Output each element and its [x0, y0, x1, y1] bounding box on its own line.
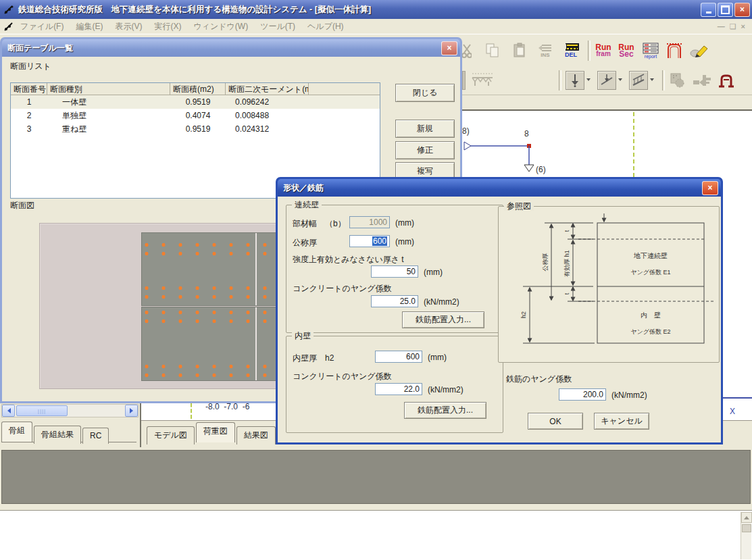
child-restore-icon[interactable]: ❏: [730, 22, 736, 31]
tab-load-view[interactable]: 荷重図: [196, 422, 235, 442]
shape-dialog-title: 形状／鉄筋: [283, 182, 702, 194]
section-dialog-close-button[interactable]: ×: [441, 41, 457, 55]
tab-frame[interactable]: 骨組: [1, 422, 32, 442]
insert-lines-icon: [538, 44, 553, 53]
member-width-field[interactable]: 1000: [349, 216, 390, 228]
maximize-button[interactable]: [718, 3, 733, 17]
clamp-button[interactable]: [718, 68, 735, 93]
ineffective-thickness-label: 強度上有効とみなさない厚さ t: [293, 254, 404, 265]
shape-rebar-dialog: 形状／鉄筋 × 連続壁 部材幅 （b） 1000 (mm) 公称厚 600 (m…: [276, 177, 723, 444]
col-section-moment[interactable]: 断面二次モーメント(m4): [226, 83, 309, 95]
shape-dialog-titlebar: 形状／鉄筋 ×: [278, 179, 721, 197]
wall-rebar-input-button[interactable]: 鉄筋配置入力...: [402, 311, 484, 328]
close-button[interactable]: ×: [734, 3, 750, 17]
horizontal-scrollbar[interactable]: ||||: [1, 404, 139, 417]
clipped-icon: [462, 71, 466, 90]
section-dialog-title: 断面テーブル一覧: [7, 43, 441, 54]
ref-wall-young: ヤング係数 E1: [630, 269, 670, 276]
tab-rc[interactable]: RC: [82, 428, 109, 444]
ref-inner-young: ヤング係数 E2: [630, 328, 670, 335]
ineffective-thickness-unit: (mm): [424, 268, 443, 277]
cancel-button[interactable]: キャンセル: [594, 413, 649, 430]
distributed-load-button[interactable]: [629, 71, 648, 90]
tab-model-view[interactable]: モデル図: [147, 426, 195, 444]
edit-pencil-button[interactable]: [689, 38, 709, 63]
truss-bridge-button[interactable]: [471, 68, 494, 93]
ineffective-thickness-value: 50: [407, 267, 416, 276]
rebar-young-field[interactable]: 200.0: [559, 388, 606, 401]
menu-tools[interactable]: ツール(T): [254, 21, 301, 32]
copy-button[interactable]: [484, 38, 501, 63]
child-minimize-icon[interactable]: ―: [718, 22, 725, 30]
inner-thickness-field[interactable]: 600: [375, 351, 422, 363]
message-panel: [1, 450, 751, 504]
table-row[interactable]: 1 一体壁 0.9519 0.096242: [11, 95, 380, 109]
child-close-icon[interactable]: ×: [741, 22, 745, 30]
scroll-up-icon: [744, 513, 749, 519]
output-log-pane: [0, 510, 752, 560]
nominal-thickness-unit: (mm): [395, 237, 414, 247]
joint-button[interactable]: [692, 68, 712, 93]
member-load-dropdown-icon[interactable]: [618, 78, 622, 83]
col-section-area[interactable]: 断面積(m2): [170, 83, 226, 95]
ok-button[interactable]: OK: [528, 413, 583, 430]
col-section-type[interactable]: 断面種別: [47, 83, 170, 95]
table-row[interactable]: 2 単独壁 0.4074 0.008488: [11, 109, 380, 122]
cut-button[interactable]: [462, 38, 472, 63]
run-frame-button[interactable]: Runfram: [595, 38, 612, 63]
menu-run[interactable]: 実行(X): [148, 21, 187, 32]
inner-young-unit: (kN/mm2): [428, 385, 463, 394]
insert-row-button[interactable]: INS: [536, 38, 554, 63]
tunnel-section-button[interactable]: [665, 38, 684, 63]
concrete-young-field[interactable]: 25.0: [371, 295, 418, 307]
ineffective-thickness-field[interactable]: 50: [371, 265, 418, 278]
toolbar-row-2: [462, 66, 752, 95]
tab-result-view[interactable]: 結果図: [236, 426, 276, 444]
nominal-thickness-field[interactable]: 600: [349, 235, 390, 247]
scroll-right-button[interactable]: [125, 405, 138, 417]
tab-frame-results[interactable]: 骨組結果: [34, 426, 81, 444]
scroll-left-button[interactable]: [2, 405, 15, 417]
minimize-button[interactable]: [701, 3, 716, 17]
vertical-scrollbar[interactable]: [741, 512, 751, 559]
distributed-load-dropdown-icon[interactable]: [650, 78, 654, 83]
nodal-load-button[interactable]: [566, 71, 584, 90]
window-title: 鉄道総合技術研究所版 地下連続壁を本体に利用する構造物の設計システム - [擬似…: [18, 4, 371, 16]
dim-t-top-label: t: [563, 230, 570, 232]
run-section-button[interactable]: RunSec: [618, 38, 635, 63]
modify-button[interactable]: 修正: [395, 141, 455, 159]
maximize-icon: [721, 5, 730, 14]
menu-edit[interactable]: 編集(E): [70, 21, 109, 32]
menu-view[interactable]: 表示(V): [109, 21, 148, 32]
menu-help[interactable]: ヘルプ(H): [301, 21, 350, 32]
menu-file[interactable]: ファイル(F): [14, 21, 70, 32]
scroll-up-button[interactable]: [741, 512, 752, 523]
table-row[interactable]: 3 重ね壁 0.9519 0.024312: [11, 122, 380, 136]
member-load-button[interactable]: [597, 71, 616, 90]
close-list-button[interactable]: 閉じる: [395, 84, 455, 102]
menu-window[interactable]: ウィンドウ(W): [187, 21, 254, 32]
ref-wall-text: 地下連続壁: [633, 252, 668, 259]
concrete-young-value: 25.0: [400, 297, 416, 306]
new-button[interactable]: 新規: [395, 120, 455, 138]
paste-button[interactable]: [511, 38, 528, 63]
close-icon: ×: [707, 183, 712, 193]
inner-young-field[interactable]: 22.0: [375, 383, 422, 395]
wall-group-label: 連続壁: [292, 200, 322, 209]
support-marker-icon: [524, 165, 534, 172]
inner-thickness-label: 内壁厚 h2: [293, 353, 334, 364]
report-button[interactable]: report: [642, 38, 659, 63]
cell-type: 一体壁: [47, 97, 170, 108]
inner-rebar-input-button[interactable]: 鉄筋配置入力...: [404, 402, 486, 419]
reference-figure-label: 参照図: [504, 201, 534, 211]
scrollbar-thumb[interactable]: ||||: [16, 405, 68, 416]
inner-thickness-unit: (mm): [428, 353, 447, 362]
shape-dialog-close-button[interactable]: ×: [702, 181, 718, 195]
nodal-load-dropdown-icon[interactable]: [586, 78, 591, 83]
scrollbar-thumb[interactable]: [742, 524, 751, 532]
delete-row-button[interactable]: DEL: [562, 38, 580, 63]
member-width-label: 部材幅 （b）: [293, 218, 346, 230]
col-section-number[interactable]: 断面番号: [11, 83, 47, 95]
delete-label: DEL: [565, 52, 577, 58]
section-3d-button[interactable]: [669, 68, 686, 93]
